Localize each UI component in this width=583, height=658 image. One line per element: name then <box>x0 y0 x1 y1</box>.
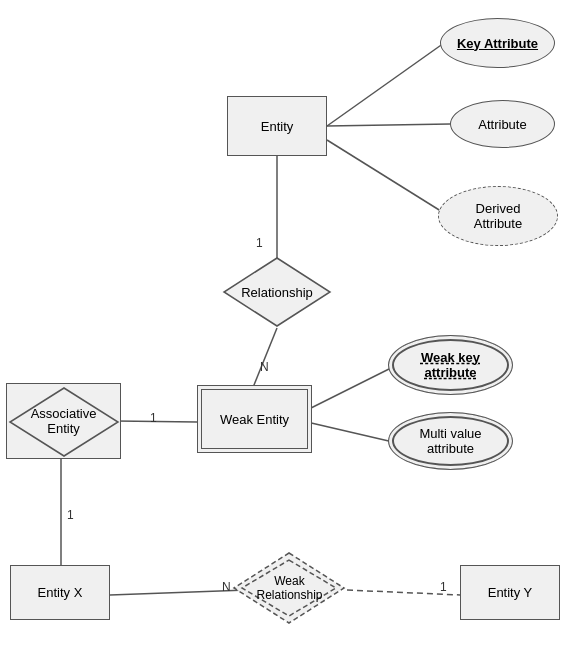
entity-x-label: Entity X <box>38 585 83 600</box>
key-attribute-node: Key Attribute <box>440 18 555 68</box>
derived-attribute-label: Derived Attribute <box>474 201 522 231</box>
attribute-node: Attribute <box>450 100 555 148</box>
associative-entity-node: AssociativeEntity <box>6 383 121 459</box>
svg-line-1 <box>327 124 450 126</box>
entity-node: Entity <box>227 96 327 156</box>
entity-y-node: Entity Y <box>460 565 560 620</box>
multi-value-attribute-label: Multi valueattribute <box>419 426 481 456</box>
svg-line-4 <box>252 328 277 390</box>
er-diagram: Entity Key Attribute Attribute Derived A… <box>0 0 583 658</box>
weak-entity-label: Weak Entity <box>220 412 289 427</box>
label-n-2: N <box>222 580 231 594</box>
weak-entity-node: Weak Entity <box>197 385 312 453</box>
attribute-label: Attribute <box>478 117 526 132</box>
label-one-4: 1 <box>440 580 447 594</box>
svg-line-5 <box>307 367 393 410</box>
label-one-3: 1 <box>67 508 74 522</box>
associative-entity-label: AssociativeEntity <box>31 406 97 436</box>
key-attribute-label: Key Attribute <box>457 36 538 51</box>
svg-line-2 <box>327 140 444 213</box>
relationship-label: Relationship <box>222 256 332 328</box>
weak-relationship-diamond: WeakRelationship <box>232 550 347 626</box>
relationship-diamond: Relationship <box>222 256 332 328</box>
entity-y-label: Entity Y <box>488 585 533 600</box>
weak-relationship-label: WeakRelationship <box>232 550 347 626</box>
derived-attribute-node: Derived Attribute <box>438 186 558 246</box>
label-n-1: N <box>260 360 269 374</box>
multi-value-attribute-node: Multi valueattribute <box>388 412 513 470</box>
svg-line-0 <box>327 43 444 126</box>
weak-key-attribute-node: Weak keyattribute <box>388 335 513 395</box>
label-one-2: 1 <box>150 411 157 425</box>
entity-x-node: Entity X <box>10 565 110 620</box>
entity-label: Entity <box>261 119 294 134</box>
weak-key-attribute-label: Weak keyattribute <box>421 350 480 380</box>
label-one-1: 1 <box>256 236 263 250</box>
svg-line-6 <box>307 422 393 442</box>
